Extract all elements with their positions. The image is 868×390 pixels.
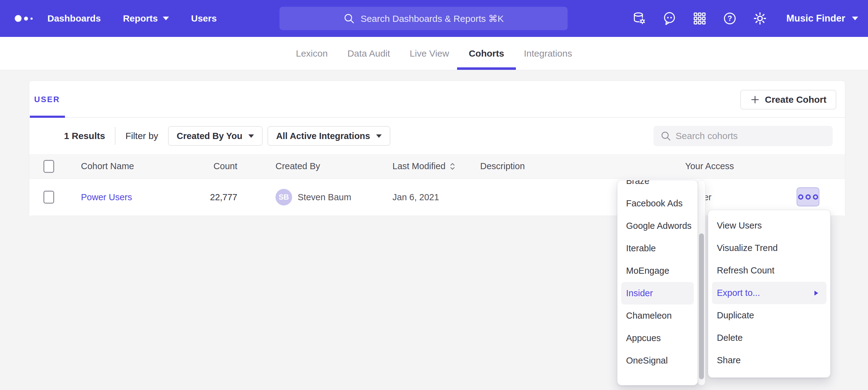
- export-option-moengage[interactable]: MoEngage: [617, 260, 698, 282]
- results-count: 1 Results: [64, 131, 105, 141]
- settings-gear-icon[interactable]: [752, 11, 767, 26]
- sort-icon: [450, 162, 456, 171]
- submenu-scrollbar: [698, 180, 706, 385]
- cohort-count: 22,777: [210, 192, 237, 202]
- filter-toolbar: 1 Results Filter by Created By You All A…: [29, 118, 845, 154]
- tab-user-cohorts[interactable]: USER: [29, 81, 65, 118]
- help-icon[interactable]: ?: [722, 11, 737, 26]
- cohort-search-input[interactable]: [676, 131, 826, 141]
- avatar: SB: [276, 189, 292, 205]
- data-management-icon[interactable]: [632, 11, 647, 26]
- chevron-down-icon: [248, 134, 254, 138]
- export-option-google-adwords[interactable]: Google Adwords: [617, 215, 698, 237]
- menu-refresh-count[interactable]: Refresh Count: [708, 259, 830, 282]
- more-icon: [798, 194, 803, 200]
- top-navbar: Dashboards Reports Users Search Dashboar…: [0, 0, 868, 37]
- tab-lexicon[interactable]: Lexicon: [296, 37, 328, 70]
- plus-icon: [750, 95, 760, 105]
- menu-delete[interactable]: Delete: [708, 327, 830, 349]
- nav-reports[interactable]: Reports: [123, 13, 169, 24]
- export-option-appcues[interactable]: Appcues: [617, 327, 698, 349]
- app-grid-icon[interactable]: [692, 11, 707, 26]
- divider: [115, 127, 116, 145]
- menu-export-to[interactable]: Export to...: [712, 282, 827, 304]
- col-created-by: Created By: [276, 154, 320, 178]
- navbar-actions: ? Music Finder: [632, 0, 858, 37]
- chevron-down-icon: [376, 134, 382, 138]
- mixpanel-logo-icon[interactable]: [15, 15, 33, 22]
- logo-dot-small: [30, 18, 33, 20]
- export-option-insider[interactable]: Insider: [621, 282, 694, 304]
- export-option-chameleon[interactable]: Chameleon: [617, 304, 698, 327]
- scrollbar-thumb[interactable]: [699, 233, 704, 379]
- nav-users[interactable]: Users: [191, 13, 217, 24]
- messages-icon[interactable]: [662, 11, 677, 26]
- cohorts-screen: Dashboards Reports Users Search Dashboar…: [0, 0, 868, 390]
- cohorts-page: USER Create Cohort 1 Results Filter by C…: [0, 70, 868, 390]
- global-search-placeholder: Search Dashboards & Reports ⌘K: [361, 13, 503, 24]
- col-count: Count: [183, 154, 237, 178]
- logo-dot-medium: [24, 17, 28, 21]
- chevron-down-icon: [163, 17, 169, 20]
- menu-duplicate[interactable]: Duplicate: [708, 304, 830, 327]
- nav-dashboards[interactable]: Dashboards: [48, 13, 101, 24]
- tab-integrations[interactable]: Integrations: [524, 37, 572, 70]
- chevron-down-icon: [852, 17, 858, 20]
- create-cohort-button[interactable]: Create Cohort: [740, 90, 836, 109]
- menu-visualize-trend[interactable]: Visualize Trend: [708, 237, 830, 259]
- col-last-modified[interactable]: Last Modified: [393, 154, 456, 178]
- cohort-search: [653, 126, 833, 146]
- project-switcher[interactable]: Music Finder: [786, 13, 858, 24]
- tab-data-audit[interactable]: Data Audit: [347, 37, 390, 70]
- global-search-input[interactable]: Search Dashboards & Reports ⌘K: [279, 7, 567, 30]
- row-checkbox[interactable]: [43, 191, 54, 204]
- col-description: Description: [480, 154, 525, 178]
- primary-nav: Dashboards Reports Users: [48, 13, 217, 24]
- export-option-facebook-ads[interactable]: Facebook Ads: [617, 192, 698, 215]
- search-icon: [343, 12, 355, 24]
- svg-text:?: ?: [727, 14, 732, 23]
- col-your-access: Your Access: [685, 154, 734, 178]
- logo-dot-large: [15, 15, 22, 22]
- card-header: USER Create Cohort: [29, 81, 845, 118]
- export-option-iterable[interactable]: Iterable: [617, 237, 698, 260]
- row-more-actions-button[interactable]: [797, 187, 819, 206]
- cohort-name-link[interactable]: Power Users: [81, 192, 132, 202]
- export-option-braze[interactable]: Braze: [617, 180, 698, 192]
- row-actions-menu: View Users Visualize Trend Refresh Count…: [708, 210, 831, 378]
- tab-live-view[interactable]: Live View: [410, 37, 449, 70]
- last-modified-value: Jan 6, 2021: [393, 179, 439, 216]
- search-icon: [660, 130, 671, 141]
- submenu-arrow-icon: [814, 290, 818, 296]
- menu-view-users[interactable]: View Users: [708, 215, 830, 237]
- created-by-name: Steven Baum: [298, 192, 351, 202]
- filter-created-by-dropdown[interactable]: Created By You: [168, 126, 262, 146]
- filter-integrations-dropdown[interactable]: All Active Integrations: [268, 126, 390, 146]
- cohorts-card: USER Create Cohort 1 Results Filter by C…: [29, 80, 845, 216]
- table-header: Cohort Name Count Created By Last Modifi…: [29, 154, 845, 179]
- col-cohort-name: Cohort Name: [81, 154, 134, 178]
- tab-cohorts[interactable]: Cohorts: [469, 37, 504, 70]
- select-all-checkbox[interactable]: [43, 160, 54, 173]
- export-option-onesignal[interactable]: OneSignal: [617, 349, 698, 372]
- filter-by-label: Filter by: [125, 131, 158, 141]
- export-to-submenu: Braze Facebook Ads Google Adwords Iterab…: [617, 180, 698, 385]
- project-name: Music Finder: [786, 13, 845, 24]
- section-tabs: Lexicon Data Audit Live View Cohorts Int…: [0, 37, 868, 70]
- menu-share[interactable]: Share: [708, 349, 830, 371]
